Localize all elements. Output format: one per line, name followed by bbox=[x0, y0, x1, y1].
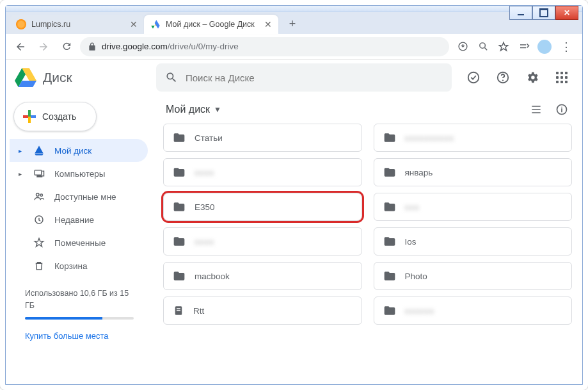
window-controls bbox=[509, 6, 578, 20]
folder-item-a-5[interactable]: Rtt bbox=[163, 297, 362, 325]
browser-menu-button[interactable]: ⋮ bbox=[555, 37, 577, 56]
svg-point-6 bbox=[36, 193, 40, 197]
expand-icon[interactable]: ▸ bbox=[19, 170, 24, 177]
sidebar-item-my-drive[interactable]: ▸ Мой диск bbox=[10, 139, 148, 162]
settings-gear-icon[interactable] bbox=[521, 66, 544, 89]
sidebar-item-shared[interactable]: ▸ Доступные мне bbox=[10, 185, 148, 208]
folder-name: Ios bbox=[405, 237, 417, 247]
plus-icon bbox=[23, 110, 36, 123]
folder-item-b-5[interactable]: xxxxxx bbox=[374, 297, 573, 325]
ready-offline-icon[interactable] bbox=[462, 66, 485, 89]
trash-icon bbox=[33, 260, 45, 272]
sidebar-item-computers[interactable]: ▸ Компьютеры bbox=[10, 162, 148, 185]
folder-item-a-1[interactable]: xxxx bbox=[163, 158, 362, 186]
folder-item-a-3[interactable]: xxxx bbox=[163, 227, 362, 256]
favicon-drive-icon bbox=[150, 19, 161, 29]
folder-name: E350 bbox=[195, 202, 215, 212]
list-view-button[interactable] bbox=[528, 102, 544, 117]
sidebar-item-starred[interactable]: ▸ Помеченные bbox=[10, 231, 148, 254]
tab-close-icon[interactable]: ✕ bbox=[130, 19, 138, 29]
drive-logo-icon bbox=[15, 68, 36, 87]
folder-icon bbox=[173, 166, 186, 179]
sidebar-nav: ▸ Мой диск ▸ Компьютеры ▸ Доступные мне … bbox=[10, 139, 154, 277]
browser-tabstrip: Lumpics.ru ✕ Мой диск – Google Диск ✕ + bbox=[6, 12, 582, 34]
address-bar[interactable]: drive.google.com/drive/u/0/my-drive bbox=[80, 37, 449, 56]
help-icon[interactable] bbox=[491, 66, 514, 89]
favicon-lumpics-icon bbox=[16, 19, 26, 29]
new-tab-button[interactable]: + bbox=[283, 15, 301, 33]
expand-icon[interactable]: ▸ bbox=[19, 147, 24, 154]
shared-icon bbox=[33, 191, 45, 202]
folder-icon bbox=[383, 304, 396, 317]
drive-search-box[interactable] bbox=[156, 63, 452, 92]
chevron-down-icon: ▼ bbox=[214, 105, 221, 114]
folder-item-a-2[interactable]: E350 bbox=[163, 193, 362, 221]
profile-avatar[interactable] bbox=[537, 40, 552, 54]
folder-item-b-3[interactable]: Ios bbox=[374, 227, 573, 256]
breadcrumb-label: Мой диск bbox=[166, 104, 210, 115]
svg-point-2 bbox=[468, 72, 479, 83]
folder-name: Rtt bbox=[193, 306, 204, 316]
details-pane-button[interactable] bbox=[554, 102, 569, 117]
zoom-icon[interactable] bbox=[473, 37, 493, 56]
drive-logo[interactable]: Диск bbox=[15, 68, 146, 87]
create-label: Создать bbox=[42, 111, 76, 122]
minimize-button[interactable] bbox=[509, 6, 532, 20]
breadcrumb[interactable]: Мой диск ▼ bbox=[166, 104, 221, 115]
drive-search-input[interactable] bbox=[186, 72, 443, 83]
tab-close-icon[interactable]: ✕ bbox=[264, 19, 272, 29]
folder-name: xxx bbox=[405, 202, 420, 212]
svg-rect-12 bbox=[177, 310, 180, 311]
svg-rect-5 bbox=[35, 170, 42, 175]
folder-item-b-0[interactable]: xxxxxxxxxx bbox=[374, 124, 573, 152]
folder-icon bbox=[383, 270, 396, 282]
folder-grid: Статьи xxxxxxxxxx xxxx январь E350 xxx x… bbox=[159, 124, 576, 384]
folder-item-b-2[interactable]: xxx bbox=[374, 193, 573, 221]
window-titlebar bbox=[6, 6, 582, 12]
bookmark-star-icon[interactable] bbox=[494, 37, 513, 56]
storage-bar bbox=[25, 317, 134, 320]
storage-text: Использовано 10,6 ГБ из 15 ГБ bbox=[25, 289, 129, 310]
install-app-icon[interactable] bbox=[453, 37, 472, 56]
nav-back-button[interactable] bbox=[11, 37, 30, 56]
window-close-button[interactable] bbox=[555, 6, 578, 20]
create-button[interactable]: Создать bbox=[13, 102, 97, 131]
svg-rect-11 bbox=[177, 308, 180, 309]
star-icon bbox=[33, 237, 45, 248]
folder-name: xxxx bbox=[195, 237, 214, 247]
sidebar-item-trash[interactable]: ▸ Корзина bbox=[10, 254, 148, 277]
tab-title: Lumpics.ru bbox=[31, 20, 126, 29]
sidebar-item-label: Помеченные bbox=[54, 238, 106, 248]
folder-name: январь bbox=[405, 168, 433, 177]
recent-icon bbox=[33, 214, 45, 225]
sidebar-item-recent[interactable]: ▸ Недавние bbox=[10, 208, 148, 231]
folder-item-b-4[interactable]: Photo bbox=[374, 262, 573, 290]
folder-item-b-1[interactable]: январь bbox=[374, 158, 573, 186]
svg-point-1 bbox=[479, 43, 485, 49]
url-domain: drive.google.com bbox=[102, 42, 168, 51]
folder-name: Photo bbox=[405, 272, 427, 281]
google-apps-icon[interactable] bbox=[550, 66, 573, 89]
buy-more-storage-link[interactable]: Купить больше места bbox=[25, 331, 154, 341]
toolbar-right: ⋮ bbox=[453, 37, 577, 56]
nav-forward-button[interactable] bbox=[34, 37, 53, 56]
sidebar-item-label: Мой диск bbox=[54, 146, 91, 156]
browser-tab-0[interactable]: Lumpics.ru ✕ bbox=[10, 15, 144, 34]
svg-point-7 bbox=[40, 194, 42, 196]
sidebar-item-label: Недавние bbox=[54, 215, 94, 225]
svg-point-4 bbox=[502, 79, 504, 81]
folder-item-a-4[interactable]: macbook bbox=[163, 262, 362, 290]
maximize-button[interactable] bbox=[532, 6, 555, 20]
folder-icon bbox=[173, 131, 186, 144]
folder-name: xxxxxx bbox=[405, 306, 435, 316]
folder-item-a-0[interactable]: Статьи bbox=[163, 124, 362, 152]
storage-indicator: Использовано 10,6 ГБ из 15 ГБ bbox=[25, 288, 134, 320]
lock-icon bbox=[88, 42, 97, 51]
folder-name: Статьи bbox=[195, 133, 223, 143]
media-control-icon[interactable] bbox=[514, 37, 534, 56]
sidebar-item-label: Доступные мне bbox=[54, 192, 116, 202]
browser-tab-1[interactable]: Мой диск – Google Диск ✕ bbox=[144, 15, 278, 34]
toolbar-row: Мой диск ▼ bbox=[159, 95, 576, 124]
nav-reload-button[interactable] bbox=[57, 37, 76, 56]
sidebar-item-label: Компьютеры bbox=[54, 169, 106, 179]
